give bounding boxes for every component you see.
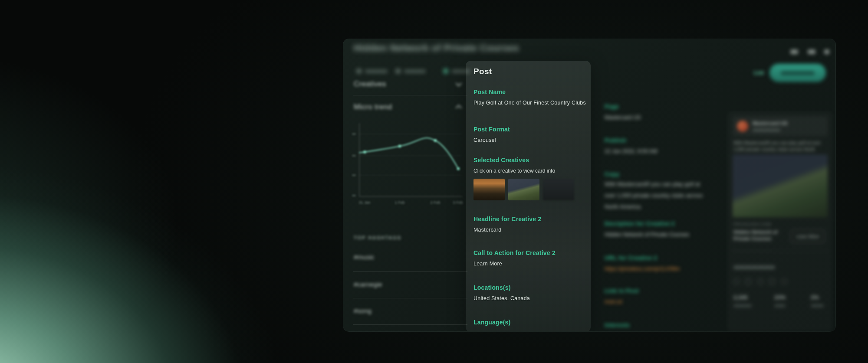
preview-stat-1: 2,345 <box>733 294 748 301</box>
tab-2-icon <box>395 69 401 74</box>
divider <box>353 324 467 325</box>
divider <box>353 95 467 95</box>
notifications-icon <box>808 49 815 54</box>
link-in-post-link[interactable]: mstr.cd <box>605 299 622 305</box>
top-hashtags-title: TOP HASHTAGS <box>354 235 401 240</box>
hashtag-item-3[interactable]: #song <box>354 307 372 314</box>
detail-value-copy: With Mastercard® you can play golf at ov… <box>605 179 704 213</box>
header-icon-3[interactable] <box>824 49 829 54</box>
x-tick-label: 31 Jan <box>358 200 370 205</box>
field-value-post-format: Carousel <box>473 137 496 143</box>
detail-label-description-creative-2: Decription for Creative 2 <box>605 220 675 227</box>
menu-icon <box>824 49 829 54</box>
y-tick-blob <box>352 174 356 176</box>
chart-point-2 <box>398 145 401 147</box>
divider <box>353 298 467 298</box>
learn-more-button[interactable]: Learn More <box>791 230 825 243</box>
preview-link-domain: priceless.com <box>733 222 771 226</box>
comment-icon[interactable] <box>745 278 751 285</box>
chevron-up-icon[interactable] <box>455 105 462 109</box>
tab-1-label-blob <box>365 69 388 73</box>
chart-point-1 <box>364 151 366 154</box>
field-label-post-name: Post Name <box>473 88 506 95</box>
tab-3-icon <box>443 69 448 74</box>
more-icon[interactable] <box>781 278 787 285</box>
x-tick-label: 3 Feb <box>453 200 463 205</box>
post-preview-panel: Mastercard US With Mastercard® you can p… <box>727 111 833 332</box>
preview-page-header: Mastercard US <box>733 116 828 136</box>
page-avatar <box>737 121 748 132</box>
micro-trend-chart: 31 Jan 1 Feb 2 Feb 3 Feb <box>351 121 465 209</box>
detail-value-publish: 22 Jun 2022, 9:00 AM <box>605 148 658 154</box>
share-icon <box>790 49 798 54</box>
screenshot-stage: Hidden Network of Private Courses List C… <box>0 0 868 363</box>
creative-thumbnail-2[interactable] <box>508 179 539 200</box>
primary-action-label-blob <box>781 71 815 75</box>
field-value-headline-creative-2: Mastercard <box>473 227 502 233</box>
y-tick-blob <box>352 155 356 157</box>
field-label-selected-creatives: Selected Creatives <box>473 157 529 164</box>
preview-stat-2: 23% <box>774 294 786 301</box>
field-label-locations: Locations(s) <box>473 284 511 291</box>
y-tick-blob <box>352 195 356 196</box>
trend-line <box>359 138 458 169</box>
preview-stat-3: 2% <box>811 294 819 301</box>
creative-thumbnail-3[interactable] <box>543 179 574 200</box>
save-icon[interactable] <box>769 278 775 285</box>
y-tick-blob <box>352 133 356 135</box>
primary-action-button[interactable] <box>769 64 826 82</box>
chart-point-4 <box>457 167 460 170</box>
detail-label-interests: Interests <box>605 322 630 328</box>
field-label-post-format: Post Format <box>473 126 510 133</box>
detail-label-page: Page <box>605 103 619 110</box>
list-view-toggle[interactable]: List <box>754 69 764 76</box>
selected-creatives-hint: Click on a creative to view card info <box>473 168 555 174</box>
modal-title: Post <box>473 67 492 76</box>
share-icon[interactable] <box>757 278 763 285</box>
divider <box>733 251 828 251</box>
field-value-locations: United States, Canada <box>473 295 530 301</box>
creatives-section-header[interactable]: Creatives <box>354 80 386 88</box>
like-icon[interactable] <box>733 278 740 285</box>
field-label-cta-creative-2: Call to Action for Creative 2 <box>473 249 556 256</box>
x-tick-label: 1 Feb <box>395 200 404 205</box>
detail-label-url-creative-2: URL for Creative 2 <box>605 255 657 261</box>
preview-section-label-blob <box>733 265 775 269</box>
preview-copy: With Mastercard® you can play golf at ov… <box>733 140 825 153</box>
detail-value-description-creative-2: Hidden Network of Private Courses <box>605 232 689 238</box>
detail-label-publish: Publish <box>605 137 626 144</box>
main-card: Hidden Network of Private Courses List C… <box>343 39 836 332</box>
detail-value-page: Mastercard US <box>605 114 641 121</box>
hashtag-item-1[interactable]: #music <box>354 253 375 261</box>
post-details-column: Page Mastercard US Publish 22 Jun 2022, … <box>605 39 717 332</box>
creative-thumbnail-1[interactable] <box>473 179 505 200</box>
post-modal: Post Post Name Play Golf at One of Our F… <box>466 61 591 332</box>
tab-2-label-blob <box>404 69 426 73</box>
tab-filter-2[interactable] <box>395 69 426 74</box>
detail-label-link-in-post: Link in Post <box>605 288 639 294</box>
url-creative-2-link[interactable]: https://priceless.com/p/1LV09m <box>605 266 680 272</box>
stat-label-blob <box>811 304 824 307</box>
preview-page-name: Mastercard US <box>753 121 788 126</box>
chart-point-3 <box>434 139 437 142</box>
micro-trend-section-header[interactable]: Micro trend <box>354 103 392 111</box>
preview-sponsored-blob <box>753 129 780 131</box>
stat-label-blob <box>774 304 786 307</box>
detail-label-copy: Copy <box>605 171 620 177</box>
field-value-cta-creative-2: Learn More <box>473 261 502 267</box>
hashtag-item-2[interactable]: #carnegie <box>354 281 382 288</box>
header-icon-1[interactable] <box>790 49 798 54</box>
engagement-icons-row <box>733 278 791 286</box>
page-title: Hidden Network of Private Courses <box>354 43 519 54</box>
x-tick-label: 2 Feb <box>430 200 440 205</box>
field-label-headline-creative-2: Headline for Creative 2 <box>473 216 541 222</box>
preview-link-title: Hidden Network of Private Courses <box>733 229 788 242</box>
stat-label-blob <box>733 304 752 307</box>
header-icon-2[interactable] <box>808 49 815 54</box>
divider <box>353 271 467 272</box>
preview-creative-image <box>733 154 828 217</box>
chevron-down-icon[interactable] <box>455 82 462 87</box>
tab-1-icon <box>356 69 362 74</box>
tab-filter-1[interactable] <box>356 69 388 74</box>
field-value-post-name: Play Golf at One of Our Finest Country C… <box>473 100 586 106</box>
